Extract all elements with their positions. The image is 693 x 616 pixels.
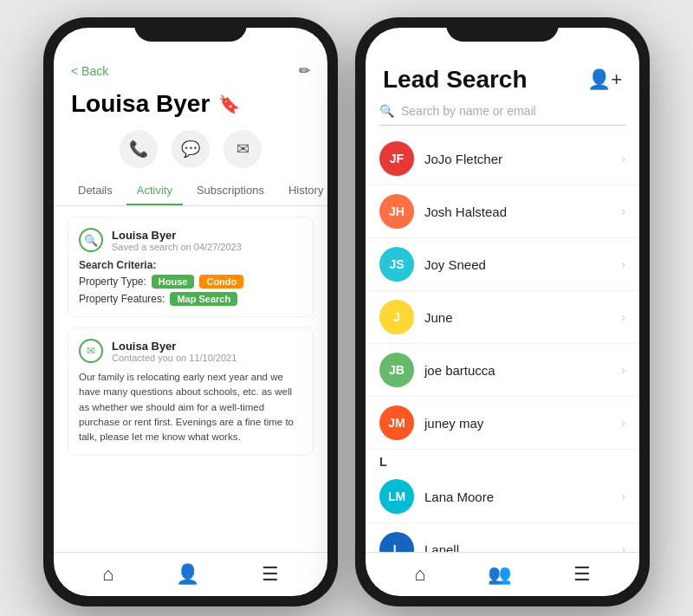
lead-row-josh[interactable]: JH Josh Halstead ›: [366, 185, 639, 238]
activity-email-info: Louisa Byer Contacted you on 11/10/2021: [112, 340, 236, 363]
chevron-juney: ›: [621, 416, 625, 430]
edit-icon[interactable]: ✏: [299, 62, 310, 79]
property-type-label: Property Type:: [79, 276, 146, 288]
lead-name-text: Louisa Byer: [71, 90, 210, 118]
search-screen-content: Lead Search 👤+ 🔍 Search by name or email…: [366, 28, 639, 596]
call-button[interactable]: 📞: [120, 130, 158, 168]
tab-activity[interactable]: Activity: [126, 177, 183, 205]
search-bar[interactable]: 🔍 Search by name or email: [379, 104, 625, 126]
lead-row-lana[interactable]: LM Lana Moore ›: [366, 470, 639, 523]
lead-row-jojo[interactable]: JF JoJo Fletcher ›: [366, 133, 639, 185]
house-tag: House: [152, 275, 195, 289]
activity-search-item: 🔍 Louisa Byer Saved a search on 04/27/20…: [68, 217, 314, 317]
avatar-lanell: L: [379, 532, 414, 552]
email-button[interactable]: ✉: [223, 130, 262, 168]
message-button[interactable]: 💬: [172, 130, 210, 168]
email-activity-icon: ✉: [79, 339, 103, 363]
lead-row-june[interactable]: J June ›: [366, 291, 639, 344]
nav-home-icon[interactable]: ⌂: [102, 563, 113, 586]
leads-list: JF JoJo Fletcher › JH Josh Halstead › JS…: [366, 133, 639, 552]
property-features-label: Property Features:: [79, 293, 165, 305]
screen-search: Lead Search 👤+ 🔍 Search by name or email…: [366, 28, 639, 596]
detail-header: < Back ✏: [54, 54, 327, 83]
tab-details[interactable]: Details: [68, 177, 123, 205]
lead-name-jojo: JoJo Fletcher: [424, 152, 611, 166]
nav-contacts-icon[interactable]: 👤: [176, 563, 199, 586]
lead-row-juney[interactable]: JM juney may ›: [366, 397, 639, 450]
lead-row-lanell[interactable]: L Lanell ›: [366, 523, 639, 552]
back-button[interactable]: < Back: [71, 64, 108, 78]
tab-subscriptions[interactable]: Subscriptions: [186, 177, 275, 205]
lead-name-lana: Lana Moore: [424, 490, 611, 504]
search-placeholder-text: Search by name or email: [401, 104, 536, 118]
lead-name-juney: juney may: [424, 416, 611, 431]
add-person-icon[interactable]: 👤+: [587, 68, 622, 91]
activity-search-info: Louisa Byer Saved a search on 04/27/2023: [112, 229, 242, 252]
activity-search-date: Saved a search on 04/27/2023: [112, 242, 242, 252]
bottom-nav-search: ⌂ 👥 ☰: [366, 552, 639, 596]
avatar-joe: JB: [379, 353, 414, 387]
phone-search: Lead Search 👤+ 🔍 Search by name or email…: [355, 17, 650, 606]
condo-tag: Condo: [199, 275, 243, 289]
bookmark-icon[interactable]: 🔖: [218, 94, 240, 114]
lead-name-section: Louisa Byer 🔖: [54, 83, 327, 121]
lead-name-joe: joe bartucca: [424, 363, 611, 378]
lead-row-joy[interactable]: JS Joy Sneed ›: [366, 238, 639, 291]
avatar-juney: JM: [379, 405, 414, 440]
chevron-jojo: ›: [621, 152, 625, 165]
criteria-title: Search Criteria:: [79, 259, 302, 271]
nav-contacts-search-icon[interactable]: 👥: [488, 563, 511, 586]
chevron-lanell: ›: [621, 542, 625, 552]
activity-email-header: ✉ Louisa Byer Contacted you on 11/10/202…: [79, 339, 302, 363]
chevron-joe: ›: [621, 363, 625, 377]
bottom-nav-detail: ⌂ 👤 ☰: [54, 552, 327, 596]
lead-name-lanell: Lanell: [424, 542, 611, 553]
lead-name-josh: Josh Halstead: [424, 204, 611, 219]
property-type-row: Property Type: House Condo: [79, 275, 302, 289]
chevron-june: ›: [621, 310, 625, 324]
detail-screen-content: < Back ✏ Louisa Byer 🔖 📞 💬 ✉ Details Act…: [54, 28, 327, 596]
avatar-jojo: JF: [379, 141, 414, 176]
avatar-lana: LM: [379, 479, 414, 514]
search-criteria-section: Search Criteria: Property Type: House Co…: [79, 259, 302, 306]
property-features-row: Property Features: Map Search: [79, 292, 302, 306]
activity-content: 🔍 Louisa Byer Saved a search on 04/27/20…: [54, 206, 327, 552]
section-l-label: L: [366, 450, 639, 470]
notch: [134, 17, 247, 42]
map-search-tag: Map Search: [170, 292, 237, 306]
activity-email-name: Louisa Byer: [112, 340, 236, 353]
phone-detail: < Back ✏ Louisa Byer 🔖 📞 💬 ✉ Details Act…: [43, 17, 338, 606]
lead-row-joe[interactable]: JB joe bartucca ›: [366, 344, 639, 397]
avatar-june: J: [379, 300, 414, 334]
nav-home-search-icon[interactable]: ⌂: [414, 563, 425, 586]
tabs-bar: Details Activity Subscriptions History: [54, 177, 327, 206]
chevron-josh: ›: [621, 204, 625, 218]
chevron-joy: ›: [621, 257, 625, 271]
search-header: Lead Search 👤+: [366, 54, 639, 101]
avatar-josh: JH: [379, 194, 414, 229]
lead-name-june: June: [424, 310, 611, 325]
activity-search-name: Louisa Byer: [112, 229, 242, 242]
avatar-joy: JS: [379, 247, 414, 282]
action-buttons: 📞 💬 ✉: [54, 121, 327, 177]
page-title: Lead Search: [383, 66, 528, 94]
lead-name-joy: Joy Sneed: [424, 257, 611, 272]
search-icon: 🔍: [379, 104, 394, 118]
chevron-lana: ›: [621, 490, 625, 503]
tab-history[interactable]: History: [278, 177, 327, 205]
nav-menu-icon[interactable]: ☰: [262, 563, 279, 586]
notch-search: [446, 17, 559, 42]
activity-search-header: 🔍 Louisa Byer Saved a search on 04/27/20…: [79, 228, 302, 252]
activity-email-date: Contacted you on 11/10/2021: [112, 353, 236, 363]
activity-email-item: ✉ Louisa Byer Contacted you on 11/10/202…: [68, 327, 314, 456]
screen-detail: < Back ✏ Louisa Byer 🔖 📞 💬 ✉ Details Act…: [54, 28, 327, 596]
search-activity-icon: 🔍: [79, 228, 103, 252]
nav-menu-search-icon[interactable]: ☰: [573, 563, 591, 586]
activity-email-message: Our family is relocating early next year…: [79, 370, 302, 444]
